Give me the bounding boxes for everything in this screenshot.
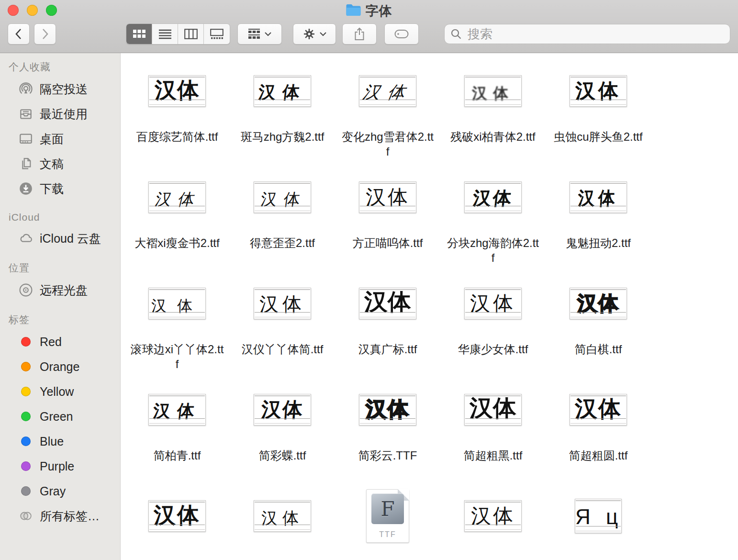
toolbar — [8, 23, 730, 45]
file-label[interactable]: 简超粗黑.ttf — [464, 448, 523, 463]
sidebar-item-desktop[interactable]: 桌面 — [0, 126, 120, 151]
file-label[interactable]: 大褶xi瘦金书2.ttf — [134, 235, 219, 250]
view-columns-button[interactable] — [178, 24, 204, 44]
font-preview[interactable]: 汉体 — [570, 394, 627, 426]
file-label[interactable]: 滚球边xi丫丫体2.ttf — [130, 342, 224, 371]
ttf-file-icon[interactable]: FTTF — [366, 489, 409, 543]
file-item[interactable]: 汉体 — [230, 481, 335, 560]
font-preview[interactable]: 汉体 — [570, 75, 627, 107]
forward-button[interactable] — [34, 23, 56, 45]
sidebar-item-icloud-drive[interactable]: iCloud 云盘 — [0, 226, 120, 251]
file-label[interactable]: 简彩蝶.ttf — [259, 448, 306, 463]
tag-button[interactable] — [384, 23, 419, 45]
file-item[interactable]: 汉体 大褶xi瘦金书2.ttf — [124, 162, 230, 268]
font-preview[interactable]: 汉体 — [254, 181, 311, 213]
file-label[interactable]: 简白棋.ttf — [575, 342, 622, 357]
font-preview[interactable]: 汉体 — [254, 288, 311, 319]
action-button[interactable] — [293, 23, 336, 45]
file-item[interactable]: 汉体 汉仪丫丫体简.ttf — [230, 268, 335, 374]
file-item[interactable]: 汉体 斑马zhg方魏2.ttf — [230, 56, 335, 162]
font-preview[interactable]: 汉体 — [254, 500, 311, 532]
file-item[interactable]: 汉体 简超粗圆.ttf — [546, 374, 651, 481]
file-item[interactable]: 汉体 简超粗黑.ttf — [440, 374, 546, 481]
file-label[interactable]: 汉真广标.ttf — [358, 342, 417, 357]
minimize-button[interactable] — [27, 5, 38, 16]
sidebar-item-all-tags[interactable]: 所有标签… — [0, 504, 120, 528]
font-preview[interactable]: 汉体 — [464, 500, 522, 532]
file-label[interactable]: 得意歪歪2.ttf — [250, 235, 315, 250]
file-item[interactable]: 汉体 虫蚀cu胖头鱼2.ttf — [546, 56, 651, 162]
sidebar-item-airdrop[interactable]: 隔空投送 — [0, 77, 120, 101]
file-label[interactable]: 简彩云.TTF — [358, 448, 417, 463]
sidebar-item-recents[interactable]: 最近使用 — [0, 101, 120, 126]
sidebar-item-tag-yellow[interactable]: Yellow — [0, 379, 120, 404]
view-gallery-button[interactable] — [204, 24, 230, 44]
font-preview[interactable]: 汉体 — [464, 181, 522, 213]
sidebar-item-tag-blue[interactable]: Blue — [0, 429, 120, 454]
file-item[interactable]: 汉体 简白棋.ttf — [546, 268, 651, 374]
file-item[interactable]: 汉体 变化zhg雪君体2.ttf — [335, 56, 440, 162]
file-label[interactable]: 斑马zhg方魏2.ttf — [241, 129, 324, 144]
file-item[interactable]: Я ц — [546, 481, 651, 560]
view-list-button[interactable] — [152, 24, 178, 44]
font-preview[interactable]: 汉体 — [148, 394, 206, 426]
font-preview[interactable]: 汉体 — [148, 500, 206, 532]
sidebar-item-downloads[interactable]: 下载 — [0, 176, 120, 201]
file-label[interactable]: 方正喵呜体.ttf — [353, 235, 423, 250]
file-item[interactable]: 汉体 得意歪歪2.ttf — [230, 162, 335, 268]
zoom-button[interactable] — [46, 5, 57, 16]
file-label[interactable]: 百度综艺简体.ttf — [136, 129, 218, 144]
file-label[interactable]: 简柏青.ttf — [154, 448, 201, 463]
font-preview[interactable]: 汉体 — [570, 181, 627, 213]
sidebar-item-tag-red[interactable]: Red — [0, 329, 120, 354]
font-preview[interactable]: 汉体 — [148, 75, 206, 107]
font-preview[interactable]: 汉体 — [148, 181, 206, 213]
font-preview[interactable]: 汉体 — [570, 288, 627, 319]
font-preview[interactable]: 汉体 — [359, 181, 416, 213]
back-button[interactable] — [8, 23, 30, 45]
group-button[interactable] — [237, 23, 282, 45]
font-preview[interactable]: 汉体 — [254, 75, 311, 107]
file-label[interactable]: 简超粗圆.ttf — [569, 448, 628, 463]
font-preview[interactable]: 汉体 — [464, 394, 522, 426]
file-item[interactable]: 汉体 方正喵呜体.ttf — [335, 162, 440, 268]
font-preview[interactable]: 汉体 — [254, 394, 311, 426]
file-item[interactable]: 汉体 分块zhg海韵体2.ttf — [440, 162, 546, 268]
sidebar-item-remote-disc[interactable]: 远程光盘 — [0, 278, 120, 302]
file-item[interactable]: 汉体 残破xi柏青体2.ttf — [440, 56, 546, 162]
file-item[interactable]: 汉体 滚球边xi丫丫体2.ttf — [124, 268, 230, 374]
file-item[interactable]: 汉体 华康少女体.ttf — [440, 268, 546, 374]
sidebar-item-documents[interactable]: 文稿 — [0, 151, 120, 176]
font-preview[interactable]: 汉体 — [464, 75, 522, 107]
file-label[interactable]: 鬼魅扭动2.ttf — [566, 235, 631, 250]
file-label[interactable]: 虫蚀cu胖头鱼2.ttf — [554, 129, 642, 144]
file-item[interactable]: 汉体 简彩云.TTF — [335, 374, 440, 481]
file-label[interactable]: 华康少女体.ttf — [458, 342, 528, 357]
font-preview[interactable]: 汉体 — [359, 394, 416, 426]
file-item[interactable]: 汉体 鬼魅扭动2.ttf — [546, 162, 651, 268]
sidebar-item-tag-orange[interactable]: Orange — [0, 354, 120, 379]
font-preview[interactable]: 汉体 — [359, 288, 416, 319]
search-input[interactable] — [467, 26, 724, 42]
file-item[interactable]: FTTF — [335, 481, 440, 560]
font-preview[interactable]: 汉体 — [359, 75, 416, 107]
file-label[interactable]: 变化zhg雪君体2.ttf — [340, 129, 435, 159]
file-label[interactable]: 分块zhg海韵体2.ttf — [446, 235, 540, 265]
font-preview[interactable]: Я ц — [575, 499, 622, 533]
sidebar-item-tag-green[interactable]: Green — [0, 404, 120, 429]
file-item[interactable]: 汉体 — [440, 481, 546, 560]
font-preview[interactable]: 汉体 — [464, 288, 522, 319]
sidebar-item-tag-gray[interactable]: Gray — [0, 479, 120, 504]
file-item[interactable]: 汉体 简柏青.ttf — [124, 374, 230, 481]
font-preview[interactable]: 汉体 — [148, 288, 206, 319]
file-item[interactable]: 汉体 百度综艺简体.ttf — [124, 56, 230, 162]
file-item[interactable]: 汉体 汉真广标.ttf — [335, 268, 440, 374]
file-label[interactable]: 汉仪丫丫体简.ttf — [242, 342, 324, 357]
file-item[interactable]: 汉体 简彩蝶.ttf — [230, 374, 335, 481]
share-button[interactable] — [342, 23, 377, 45]
file-item[interactable]: 汉体 — [124, 481, 230, 560]
sidebar-item-tag-purple[interactable]: Purple — [0, 454, 120, 479]
close-button[interactable] — [8, 5, 19, 16]
file-label[interactable]: 残破xi柏青体2.ttf — [450, 129, 535, 144]
view-grid-button[interactable] — [126, 24, 152, 44]
